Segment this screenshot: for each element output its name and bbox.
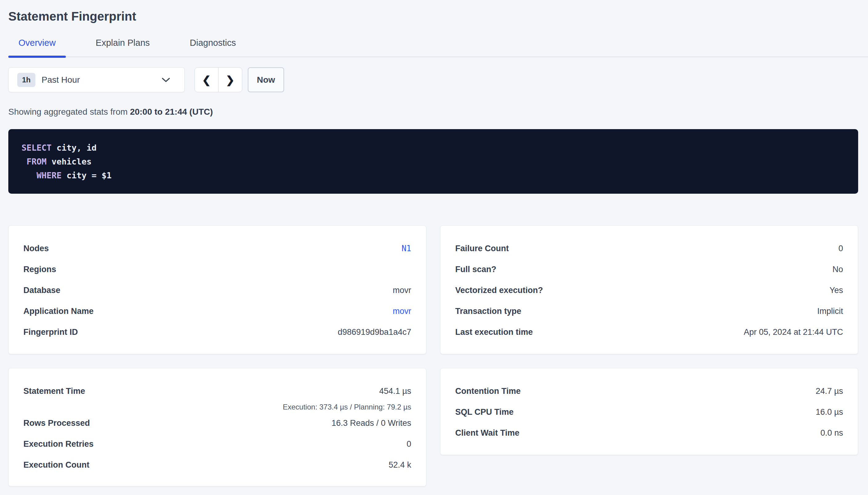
right-column: Failure Count 0 Full scan? No Vectorized… xyxy=(440,225,858,455)
detail-row-regions: Regions xyxy=(23,259,411,280)
stats-line-range: 20:00 to 21:44 (UTC) xyxy=(130,107,213,117)
sql-line: WHERE city = $1 xyxy=(21,169,845,182)
next-interval-button[interactable]: ❯ xyxy=(218,68,242,92)
stats-line-prefix: Showing aggregated stats from xyxy=(8,107,130,117)
execution-attributes-card: Failure Count 0 Full scan? No Vectorized… xyxy=(440,225,858,354)
prev-interval-button[interactable]: ❮ xyxy=(195,68,218,92)
chevron-down-icon xyxy=(162,77,170,83)
tab-bar: Overview Explain Plans Diagnostics xyxy=(8,37,868,57)
left-column: Nodes N1 Regions Database movr Applicati… xyxy=(8,225,426,487)
timing-row-execution-retries: Execution Retries 0 xyxy=(23,433,411,455)
nodes-link[interactable]: N1 xyxy=(402,244,411,253)
summary-cards: Nodes N1 Regions Database movr Applicati… xyxy=(8,225,858,487)
tab-diagnostics[interactable]: Diagnostics xyxy=(180,37,246,56)
timing-row-execution-count: Execution Count 52.4 k xyxy=(23,455,411,475)
detail-row-database: Database movr xyxy=(23,280,411,301)
time-interval-label: Past Hour xyxy=(42,75,162,85)
detail-row-last-execution-time: Last execution time Apr 05, 2024 at 21:4… xyxy=(455,322,843,342)
time-controls: 1h Past Hour ❮ ❯ Now xyxy=(8,67,858,92)
tab-diagnostics-label: Diagnostics xyxy=(190,38,236,48)
chevron-left-icon: ❮ xyxy=(202,74,211,86)
wait-timing-card: Contention Time 24.7 µs SQL CPU Time 16.… xyxy=(440,368,858,455)
aggregated-stats-line: Showing aggregated stats from 20:00 to 2… xyxy=(8,107,858,117)
statement-timing-card: Statement Time 454.1 µs Execution: 373.4… xyxy=(8,368,426,487)
timing-row-statement-time: Statement Time 454.1 µs xyxy=(23,381,411,402)
tab-overview-label: Overview xyxy=(18,38,56,48)
time-interval-dropdown[interactable]: 1h Past Hour xyxy=(8,67,185,92)
chevron-right-icon: ❯ xyxy=(226,74,235,86)
statement-details-card: Nodes N1 Regions Database movr Applicati… xyxy=(8,225,426,354)
page-title: Statement Fingerprint xyxy=(8,8,858,24)
detail-row-transaction-type: Transaction type Implicit xyxy=(455,301,843,322)
tab-explain-plans-label: Explain Plans xyxy=(96,38,150,48)
detail-row-failure-count: Failure Count 0 xyxy=(455,238,843,259)
timing-row-sql-cpu-time: SQL CPU Time 16.0 µs xyxy=(455,402,843,423)
interval-arrow-group: ❮ ❯ xyxy=(195,67,242,92)
detail-row-fingerprint-id: Fingerprint ID d986919d9ba1a4c7 xyxy=(23,322,411,342)
tab-explain-plans[interactable]: Explain Plans xyxy=(85,37,160,56)
statement-time-breakdown: Execution: 373.4 µs / Planning: 79.2 µs xyxy=(23,402,411,413)
sql-keyword: SELECT xyxy=(21,143,52,153)
sql-line: FROM vehicles xyxy=(21,155,845,169)
application-name-link[interactable]: movr xyxy=(393,307,411,316)
timing-row-contention-time: Contention Time 24.7 µs xyxy=(455,381,843,402)
sql-line: SELECT city, id xyxy=(21,141,845,155)
timing-row-client-wait-time: Client Wait Time 0.0 ns xyxy=(455,423,843,443)
detail-row-nodes: Nodes N1 xyxy=(23,238,411,259)
detail-row-vectorized: Vectorized execution? Yes xyxy=(455,280,843,301)
statement-fingerprint-page: Statement Fingerprint Overview Explain P… xyxy=(0,8,868,487)
time-interval-badge: 1h xyxy=(17,73,35,87)
detail-row-application-name: Application Name movr xyxy=(23,301,411,322)
tab-overview[interactable]: Overview xyxy=(8,37,66,56)
timing-row-rows-processed: Rows Processed 16.3 Reads / 0 Writes xyxy=(23,413,411,433)
sql-statement-box: SELECT city, id FROM vehicles WHERE city… xyxy=(8,129,858,194)
sql-keyword: WHERE xyxy=(37,171,62,180)
now-button[interactable]: Now xyxy=(248,67,284,92)
sql-keyword: FROM xyxy=(27,157,47,166)
detail-row-full-scan: Full scan? No xyxy=(455,259,843,280)
